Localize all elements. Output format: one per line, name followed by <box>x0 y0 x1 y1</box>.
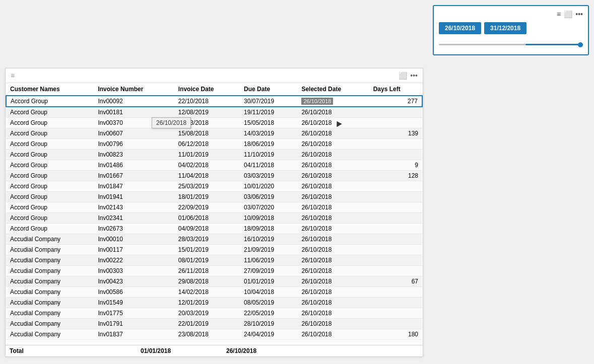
cell-customer: Accord Group <box>6 213 94 224</box>
footer-total-label: Total <box>10 347 75 354</box>
cell-sel-date: 26/10/2018 <box>297 224 369 234</box>
cell-customer: Accudial Company <box>6 255 94 266</box>
more-icon[interactable]: ••• <box>575 10 583 18</box>
cell-inv-date: 28/03/2019 <box>174 234 240 245</box>
cell-invoice: Inv01941 <box>94 192 174 202</box>
cell-invoice: Inv00423 <box>94 276 174 287</box>
cell-inv-date: 22/10/2018 <box>174 96 240 107</box>
cell-due-date: 03/03/2019 <box>240 171 297 181</box>
cell-due-date: 27/09/2019 <box>240 266 297 276</box>
col-customer-names: Customer Names <box>6 83 94 96</box>
table-row[interactable]: Accudial CompanyInv0011715/01/201921/09/… <box>6 245 422 255</box>
cell-customer: Accord Group <box>6 224 94 234</box>
col-days-left: Days Left <box>369 83 422 96</box>
cell-customer: Accord Group <box>6 202 94 213</box>
table-row[interactable]: Accudial CompanyInv0154912/01/201908/05/… <box>6 298 422 308</box>
panel-header: ≡ ⬜ ••• <box>439 10 583 18</box>
cell-inv-date: 14/02/2018 <box>174 287 240 298</box>
cell-sel-date: 26/10/2018 <box>297 118 369 128</box>
drag-icon: ≡ <box>557 10 561 18</box>
cell-invoice: Inv00181 <box>94 107 174 118</box>
cell-inv-date: 08/01/2019 <box>174 255 240 266</box>
table-row[interactable]: Accord GroupInv0267304/09/201818/09/2018… <box>6 224 422 234</box>
cell-invoice: Inv02143 <box>94 202 174 213</box>
panel-drag-handle: ≡ <box>11 71 16 80</box>
cell-days-left <box>369 192 422 202</box>
cell-customer: Accudial Company <box>6 245 94 255</box>
cell-invoice: Inv01837 <box>94 329 174 340</box>
cell-due-date: 14/03/2019 <box>240 128 297 139</box>
date-start-button[interactable]: 26/10/2018 <box>439 22 481 34</box>
slider-thumb[interactable] <box>578 42 583 47</box>
table-row[interactable]: Accord GroupInv0214322/09/201903/07/2020… <box>6 202 422 213</box>
cell-invoice: Inv01549 <box>94 298 174 308</box>
cell-sel-date: 26/10/2018 <box>297 298 369 308</box>
expand-icon[interactable]: ⬜ <box>564 10 572 18</box>
table-row[interactable]: Accudial CompanyInv0042329/08/201801/01/… <box>6 276 422 287</box>
cell-days-left <box>369 213 422 224</box>
cell-inv-date: 22/09/2019 <box>174 202 240 213</box>
table-row[interactable]: Accord GroupInv0184725/03/201910/01/2020… <box>6 181 422 192</box>
table-row[interactable]: Accord GroupInv0166711/04/201803/03/2019… <box>6 171 422 181</box>
table-row[interactable]: Accudial CompanyInv0030326/11/201827/09/… <box>6 266 422 276</box>
table-row[interactable]: Accudial CompanyInv0001028/03/201916/10/… <box>6 234 422 245</box>
date-buttons-row: 26/10/2018 31/12/2018 <box>439 22 583 34</box>
table-row[interactable]: Accudial CompanyInv0022208/01/201911/06/… <box>6 255 422 266</box>
cell-days-left: 277 <box>369 96 422 107</box>
date-slider[interactable] <box>439 39 583 47</box>
cell-days-left <box>369 319 422 329</box>
table-row[interactable]: Accord GroupInv0234101/06/201810/09/2018… <box>6 213 422 224</box>
cell-due-date: 19/11/2019 <box>240 107 297 118</box>
cell-customer: Accord Group <box>6 96 94 107</box>
cell-invoice: Inv02341 <box>94 213 174 224</box>
table-header-row: Customer Names Invoice Number Invoice Da… <box>6 83 422 96</box>
table-row[interactable]: Accord GroupInv0148604/02/201804/11/2018… <box>6 160 422 171</box>
table-row[interactable]: Accord GroupInv0079606/12/201818/06/2019… <box>6 139 422 150</box>
table-row[interactable]: Accudial CompanyInv0179122/01/201928/10/… <box>6 319 422 329</box>
cell-invoice: Inv00092 <box>94 96 174 107</box>
cell-sel-date: 26/10/2018 <box>297 234 369 245</box>
table-row[interactable]: Accudial CompanyInv0058614/02/201810/04/… <box>6 287 422 298</box>
table-row[interactable]: Accord GroupInv0037014/03/201815/05/2018… <box>6 118 422 128</box>
cell-inv-date: 04/09/2018 <box>174 224 240 234</box>
cell-days-left: 139 <box>369 128 422 139</box>
cell-days-left <box>369 224 422 234</box>
table-row[interactable]: Accudial CompanyInv0183723/08/201824/04/… <box>6 329 422 340</box>
cell-due-date: 10/09/2018 <box>240 213 297 224</box>
table-row[interactable]: Accord GroupInv0082311/01/201911/10/2019… <box>6 150 422 160</box>
top-date-panel: ≡ ⬜ ••• 26/10/2018 31/12/2018 <box>433 5 589 55</box>
table-row[interactable]: Accord GroupInv0060715/08/201814/03/2019… <box>6 128 422 139</box>
cell-invoice: Inv00222 <box>94 255 174 266</box>
cell-customer: Accord Group <box>6 118 94 128</box>
cell-due-date: 08/05/2019 <box>240 298 297 308</box>
cell-customer: Accord Group <box>6 192 94 202</box>
cell-due-date: 28/10/2019 <box>240 319 297 329</box>
slider-fill <box>525 44 583 45</box>
cell-invoice: Inv00586 <box>94 287 174 298</box>
table-wrapper[interactable]: 26/10/2018 Customer Names Invoice Number… <box>6 83 423 345</box>
cell-invoice: Inv01791 <box>94 319 174 329</box>
table-row[interactable]: Accord GroupInv0194118/01/201903/06/2019… <box>6 192 422 202</box>
cell-days-left <box>369 245 422 255</box>
date-end-button[interactable]: 31/12/2018 <box>484 22 526 34</box>
cell-due-date: 10/01/2020 <box>240 181 297 192</box>
footer-invoice-placeholder <box>75 347 141 354</box>
table-row[interactable]: Accord GroupInv0018112/08/201919/11/2019… <box>6 107 422 118</box>
table-row[interactable]: Accudial CompanyInv0177520/03/201922/05/… <box>6 308 422 319</box>
cell-due-date: 18/09/2018 <box>240 224 297 234</box>
cell-sel-date: 26/10/2018 <box>297 255 369 266</box>
col-selected-date: Selected Date <box>297 83 369 96</box>
table-row[interactable]: Accord GroupInv0009222/10/201830/07/2019… <box>6 96 422 107</box>
cell-sel-date: 26/10/2018 <box>297 213 369 224</box>
cell-sel-date: 26/10/2018 <box>297 160 369 171</box>
cell-customer: Accudial Company <box>6 298 94 308</box>
table-more-icon[interactable]: ••• <box>410 71 418 80</box>
table-panel-header: ≡ ⬜ ••• <box>6 68 423 83</box>
cell-days-left <box>369 139 422 150</box>
cell-due-date: 24/04/2019 <box>240 329 297 340</box>
cell-days-left <box>369 234 422 245</box>
table-expand-icon[interactable]: ⬜ <box>399 71 407 80</box>
cell-inv-date: 22/01/2019 <box>174 319 240 329</box>
cell-days-left: 67 <box>369 276 422 287</box>
cell-sel-date: 26/10/2018 <box>297 171 369 181</box>
